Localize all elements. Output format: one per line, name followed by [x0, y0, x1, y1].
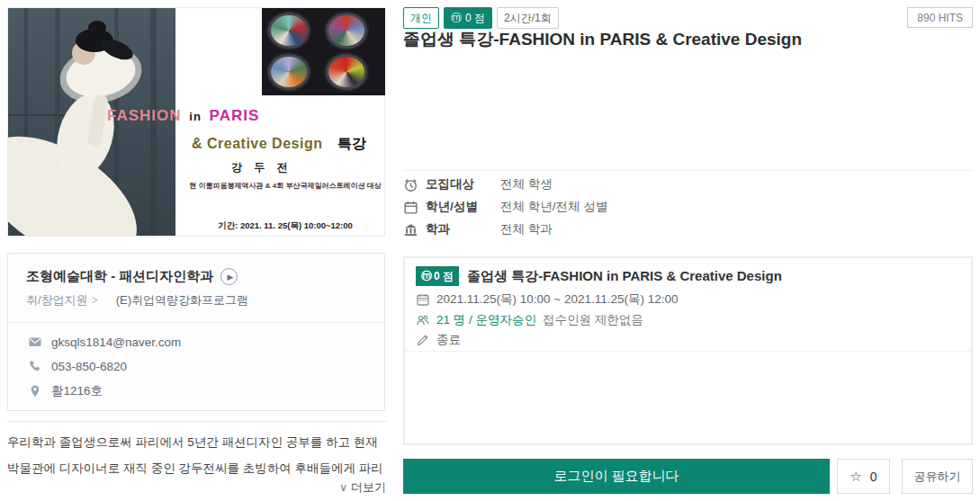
poster-lecture-label: 특강 — [337, 136, 366, 151]
session-status: 종료 — [436, 332, 461, 348]
target-row: 모집대상 전체 학생 — [403, 176, 607, 192]
department-value: 전체 학과 — [500, 221, 553, 237]
session-title-row: ⓜ 0 점 졸업생 특강-FASHION in PARIS & Creative… — [416, 266, 782, 286]
plate-illustration — [326, 54, 367, 90]
star-icon: ☆ — [850, 469, 861, 485]
description-divider — [7, 421, 386, 422]
poster-word-fashion: FASHION — [107, 107, 182, 124]
poster-creative-design: & Creative Design — [192, 136, 322, 151]
favorite-count: 0 — [870, 470, 877, 484]
program-label[interactable]: (E)취업역량강화프로그램 — [116, 292, 248, 309]
phone-value[interactable]: 053-850-6820 — [51, 360, 127, 373]
email-value[interactable]: gksqls1814@naver.com — [51, 335, 181, 349]
chevron-down-icon: ∨ — [339, 481, 347, 494]
poster-illustration-plates — [262, 8, 385, 95]
bank-icon — [403, 222, 418, 237]
department-row: 학과 전체 학과 — [403, 221, 607, 237]
phone-row: 053-850-6820 — [28, 359, 181, 373]
event-description: 우리학과 졸업생으로써 파리에서 5년간 패션디자인 공부를 하고 현재 박물관… — [7, 429, 386, 481]
session-score-badge: ⓜ 0 점 — [416, 266, 459, 286]
session-status-row: 종료 — [416, 332, 461, 348]
alarm-clock-icon — [403, 177, 418, 192]
play-circle-icon[interactable]: ▶ — [220, 268, 238, 285]
plate-illustration — [268, 13, 310, 49]
email-row: gksqls1814@naver.com — [28, 335, 181, 349]
session-capacity-note: 접수인원 제한없음 — [543, 312, 643, 328]
session-schedule-row: 2021.11.25(목) 10:00 ~ 2021.11.25(목) 12:0… — [416, 291, 679, 308]
info-rows: 모집대상 전체 학생 학년/성별 전체 학년/전체 성별 학과 전체 학과 — [403, 176, 607, 237]
organizer-name-row: 조형예술대학 - 패션디자인학과 ▶ — [26, 268, 238, 285]
phone-icon — [28, 359, 42, 373]
people-icon — [416, 313, 430, 327]
session-box: ⓜ 0 점 졸업생 특강-FASHION in PARIS & Creative… — [403, 256, 973, 445]
session-score-label: 0 점 — [434, 269, 454, 284]
grade-gender-row: 학년/성별 전체 학년/전체 성별 — [403, 199, 607, 215]
pen-icon — [416, 333, 430, 347]
plate-illustration — [326, 13, 367, 49]
target-value: 전체 학생 — [500, 176, 553, 192]
header-badges: 개인 ⓜ 0 점 2시간/1회 — [403, 7, 559, 29]
favorite-button[interactable]: ☆ 0 — [837, 459, 890, 494]
session-capacity: 21 명 / 운영자승인 — [436, 312, 536, 328]
poster-speaker-credentials: 현 이룸피움봉제역사관 & 4회 부산국제일러스트레이션 대상 — [184, 181, 386, 191]
contact-list: gksqls1814@naver.com 053-850-6820 활1216호 — [28, 335, 181, 399]
hits-badge: 890 HITS — [907, 7, 973, 28]
calendar-icon — [403, 200, 418, 215]
mileage-icon: ⓜ — [421, 269, 432, 284]
grade-gender-value: 전체 학년/전체 성별 — [500, 199, 607, 215]
location-row: 활1216호 — [28, 383, 181, 399]
login-required-button[interactable]: 로그인이 필요합니다 — [403, 459, 830, 494]
location-value: 활1216호 — [51, 383, 103, 399]
category-label[interactable]: 취/창업지원 — [26, 292, 88, 309]
poster-speaker-name: 강 두 전 — [231, 160, 292, 175]
mileage-icon: ⓜ — [451, 13, 462, 23]
page-title: 졸업생 특강-FASHION in PARIS & Creative Desig… — [403, 28, 907, 51]
event-poster: FASHION in PARIS & Creative Design 특강 강 … — [7, 7, 385, 237]
grade-gender-label: 학년/성별 — [426, 199, 500, 215]
session-schedule: 2021.11.25(목) 10:00 ~ 2021.11.25(목) 12:0… — [436, 291, 679, 308]
more-label: 더보기 — [351, 480, 386, 494]
poster-word-in: in — [189, 110, 202, 123]
duration-badge: 2시간/1회 — [497, 7, 559, 29]
poster-title-line1: FASHION in PARIS — [107, 107, 259, 125]
score-badge: ⓜ 0 점 — [444, 7, 492, 29]
envelope-icon — [28, 335, 42, 349]
share-button[interactable]: 공유하기 — [902, 459, 973, 494]
event-detail-page: FASHION in PARIS & Creative Design 특강 강 … — [0, 0, 980, 501]
info-section-divider — [403, 170, 973, 171]
poster-word-paris: PARIS — [210, 107, 260, 124]
department-label: 학과 — [426, 221, 500, 237]
poster-period: 기간: 2021. 11. 25(목) 10:00~12:00 — [184, 220, 386, 232]
target-label: 모집대상 — [426, 176, 500, 192]
personal-badge: 개인 — [403, 7, 439, 29]
org-divider — [8, 322, 384, 323]
play-glyph: ▶ — [227, 273, 233, 282]
session-box-divider — [405, 351, 971, 352]
organizer-box: 조형예술대학 - 패션디자인학과 ▶ 취/창업지원 > (E)취업역량강화프로그… — [7, 253, 385, 411]
session-title: 졸업생 특강-FASHION in PARIS & Creative Desig… — [467, 268, 782, 285]
show-more-link[interactable]: ∨더보기 — [7, 479, 386, 496]
organizer-name: 조형예술대학 - 패션디자인학과 — [26, 268, 213, 285]
location-pin-icon — [28, 384, 42, 398]
poster-title-line2: & Creative Design 특강 — [192, 135, 366, 154]
calendar-icon — [416, 292, 430, 307]
score-badge-label: 0 점 — [465, 11, 485, 26]
chevron-right-icon: > — [92, 294, 98, 307]
session-capacity-row: 21 명 / 운영자승인 접수인원 제한없음 — [416, 312, 643, 328]
organizer-category-row: 취/창업지원 > (E)취업역량강화프로그램 — [26, 292, 248, 309]
plate-illustration — [268, 54, 310, 90]
